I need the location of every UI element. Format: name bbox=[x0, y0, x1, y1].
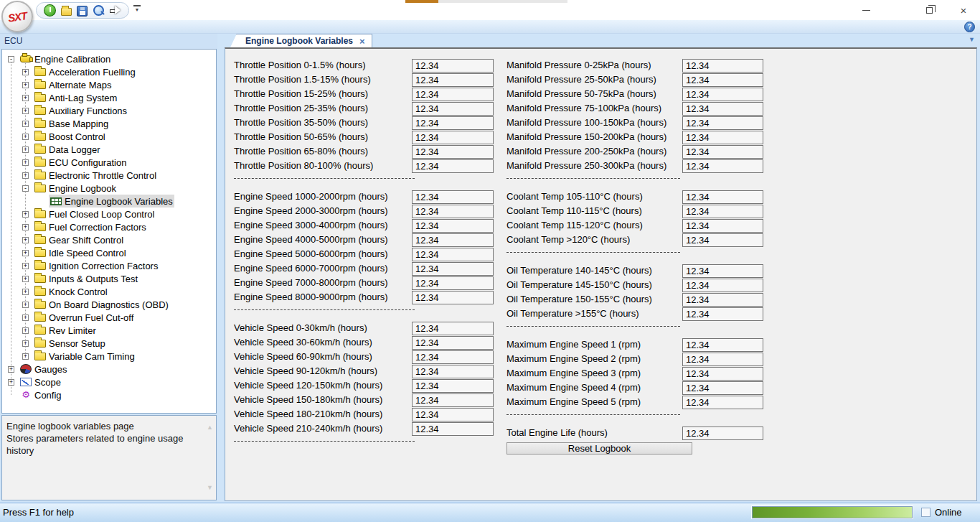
tree-item-config[interactable]: ⚙Config bbox=[2, 388, 216, 401]
field-value-box[interactable]: 12.34 bbox=[682, 190, 763, 204]
restore-button[interactable] bbox=[918, 3, 940, 17]
expand-icon[interactable]: + bbox=[8, 366, 14, 373]
expand-icon[interactable]: + bbox=[22, 121, 29, 127]
field-value-box[interactable]: 12.34 bbox=[412, 393, 494, 407]
field-value-box[interactable]: 12.34 bbox=[682, 145, 763, 159]
connect-icon[interactable] bbox=[44, 4, 56, 17]
search-icon[interactable] bbox=[93, 4, 105, 17]
tree-item-auxiliary-functions[interactable]: +Auxiliary Functions bbox=[2, 104, 216, 117]
expand-icon[interactable]: + bbox=[22, 172, 29, 179]
tree-item-data-logger[interactable]: +Data Logger bbox=[2, 143, 216, 156]
field-value-box[interactable]: 12.34 bbox=[412, 408, 494, 421]
expand-icon[interactable]: + bbox=[22, 95, 29, 101]
tree-item-base-mapping[interactable]: +Base Mapping bbox=[2, 117, 216, 130]
field-value-box[interactable]: 12.34 bbox=[682, 73, 763, 87]
expand-icon[interactable]: + bbox=[8, 379, 14, 386]
save-file-icon[interactable] bbox=[77, 6, 88, 17]
field-value-box[interactable]: 12.34 bbox=[412, 379, 494, 393]
field-value-box[interactable]: 12.34 bbox=[412, 233, 494, 247]
tree-item-anti-lag-system[interactable]: +Anti-Lag System bbox=[2, 91, 216, 104]
expand-icon[interactable]: + bbox=[22, 224, 29, 230]
tree-item-sensor-setup[interactable]: +Sensor Setup bbox=[2, 337, 216, 350]
expand-icon[interactable]: + bbox=[22, 289, 29, 295]
field-value-box[interactable]: 12.34 bbox=[412, 262, 494, 276]
toolbar-overflow-icon[interactable]: ▼ bbox=[133, 5, 141, 12]
field-value-box[interactable]: 12.34 bbox=[412, 336, 494, 350]
field-value-box[interactable]: 12.34 bbox=[682, 116, 763, 130]
field-value-box[interactable]: 12.34 bbox=[682, 396, 763, 409]
field-value-box[interactable]: 12.34 bbox=[682, 131, 763, 144]
expand-icon[interactable]: + bbox=[22, 302, 29, 308]
expand-icon[interactable]: + bbox=[22, 340, 29, 347]
expand-icon[interactable]: + bbox=[22, 211, 29, 218]
field-value-box[interactable]: 12.34 bbox=[682, 338, 763, 352]
field-value-box[interactable]: 12.34 bbox=[412, 350, 494, 364]
tree-item-inputs-outputs-test[interactable]: +Inputs & Outputs Test bbox=[2, 272, 216, 285]
field-value-box[interactable]: 12.34 bbox=[682, 353, 763, 366]
expand-icon[interactable]: + bbox=[22, 237, 29, 243]
transfer-icon[interactable] bbox=[109, 4, 121, 17]
field-value-box[interactable]: 12.34 bbox=[412, 205, 494, 218]
scroll-down-icon[interactable]: ▼ bbox=[207, 482, 213, 494]
field-value-box[interactable]: 12.34 bbox=[682, 233, 763, 247]
open-file-icon[interactable] bbox=[61, 8, 72, 16]
field-value-box[interactable]: 12.34 bbox=[412, 131, 494, 144]
field-value-box[interactable]: 12.34 bbox=[682, 205, 763, 218]
tree-item-gauges[interactable]: +Gauges bbox=[2, 363, 216, 376]
field-value-box[interactable]: 12.34 bbox=[682, 279, 763, 292]
field-value-box[interactable]: 12.34 bbox=[412, 145, 494, 159]
field-value-box[interactable]: 12.34 bbox=[412, 422, 494, 436]
minimize-button[interactable] bbox=[855, 3, 877, 17]
tree-item-acceleration-fuelling[interactable]: +Acceleration Fuelling bbox=[2, 65, 216, 78]
field-value-box[interactable]: 12.34 bbox=[412, 219, 494, 233]
tree-item-boost-control[interactable]: +Boost Control bbox=[2, 130, 216, 143]
tree-item-overrun-fuel-cut-off[interactable]: +Overrun Fuel Cut-off bbox=[2, 311, 216, 324]
expand-icon[interactable]: + bbox=[22, 263, 29, 269]
field-value-box[interactable]: 12.34 bbox=[682, 102, 763, 116]
scroll-up-icon[interactable]: ▲ bbox=[207, 421, 213, 434]
tree-item-electronic-throttle-control[interactable]: +Electronic Throttle Control bbox=[2, 169, 216, 182]
expand-icon[interactable]: + bbox=[22, 314, 29, 321]
sxt-logo[interactable]: SXT bbox=[1, 1, 33, 32]
field-value-box[interactable]: 12.34 bbox=[412, 116, 494, 130]
field-value-box[interactable]: 12.34 bbox=[412, 59, 494, 73]
field-value-box[interactable]: 12.34 bbox=[412, 248, 494, 261]
tree-item-scope[interactable]: +Scope bbox=[2, 376, 216, 388]
field-value-box[interactable]: 12.34 bbox=[682, 88, 763, 101]
expand-icon[interactable]: + bbox=[22, 353, 29, 360]
expand-icon[interactable]: + bbox=[22, 159, 29, 166]
field-value-box[interactable]: 12.34 bbox=[682, 159, 763, 173]
tree-item-knock-control[interactable]: +Knock Control bbox=[2, 285, 216, 298]
expand-icon[interactable]: + bbox=[22, 327, 29, 334]
collapse-icon[interactable]: - bbox=[22, 185, 29, 192]
collapse-icon[interactable]: - bbox=[8, 56, 14, 62]
tree-item-engine-calibration[interactable]: -Engine Calibration bbox=[2, 52, 216, 65]
tab-list-dropdown-icon[interactable]: ▼ bbox=[969, 36, 975, 43]
expand-icon[interactable]: + bbox=[22, 146, 29, 153]
tree-item-ecu-configuration[interactable]: +ECU Configuration bbox=[2, 156, 216, 169]
expand-icon[interactable]: + bbox=[22, 134, 29, 140]
field-value-box[interactable]: 12.34 bbox=[412, 276, 494, 290]
expand-icon[interactable]: + bbox=[22, 276, 29, 282]
tree-item-fuel-closed-loop-control[interactable]: +Fuel Closed Loop Control bbox=[2, 208, 216, 220]
tab-close-icon[interactable]: × bbox=[359, 37, 365, 46]
field-value-box[interactable]: 12.34 bbox=[412, 102, 494, 116]
field-value-box[interactable]: 12.34 bbox=[682, 381, 763, 395]
field-value-box[interactable]: 12.34 bbox=[682, 293, 763, 307]
help-icon[interactable]: ? bbox=[964, 22, 975, 32]
tree-item-rev-limiter[interactable]: +Rev Limiter bbox=[2, 324, 216, 337]
field-value-box[interactable]: 12.34 bbox=[412, 365, 494, 378]
expand-icon[interactable]: + bbox=[22, 108, 29, 114]
online-checkbox[interactable] bbox=[921, 508, 930, 517]
field-value-box[interactable]: 12.34 bbox=[412, 190, 494, 204]
field-value-box[interactable]: 12.34 bbox=[412, 291, 494, 304]
field-value-box[interactable]: 12.34 bbox=[412, 88, 494, 101]
tree-item-ignition-correction-factors[interactable]: +Ignition Correction Factors bbox=[2, 259, 216, 272]
expand-icon[interactable]: + bbox=[22, 250, 29, 256]
tree-item-variable-cam-timing[interactable]: +Variable Cam Timing bbox=[2, 350, 216, 363]
reset-logbook-button[interactable]: Reset Logbook bbox=[507, 442, 692, 455]
close-button[interactable]: × bbox=[953, 3, 974, 17]
field-value-box[interactable]: 12.34 bbox=[682, 219, 763, 233]
expand-icon[interactable]: + bbox=[22, 69, 29, 75]
expand-icon[interactable]: + bbox=[22, 82, 29, 88]
